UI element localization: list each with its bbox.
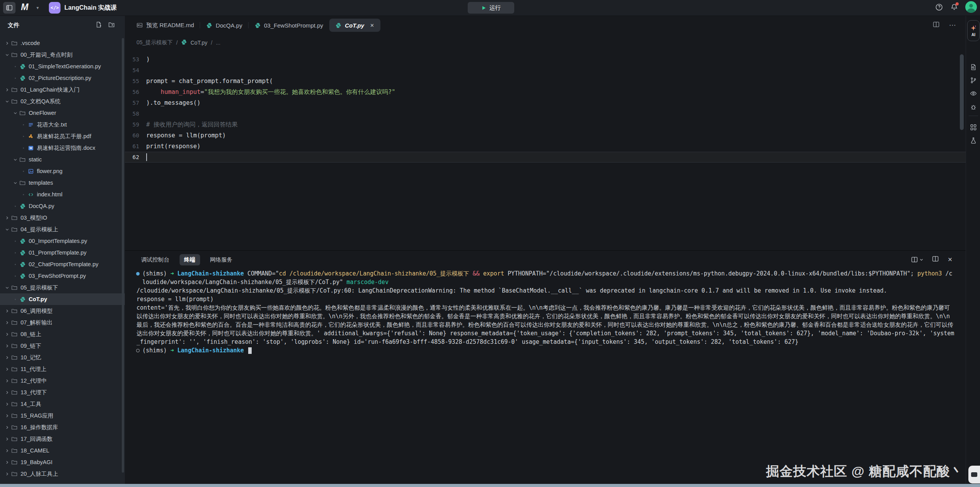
source-control-button[interactable]	[970, 76, 977, 84]
project-chevron-down-icon[interactable]: ▾	[90, 5, 92, 10]
sidebar-scrollbar[interactable]	[122, 38, 124, 473]
tree-item[interactable]: W易速鲜花运营指南.docx	[0, 142, 125, 154]
split-editor-button[interactable]	[933, 21, 940, 29]
code-editor[interactable]: 53)5455prompt = chat_prompt.format_promp…	[125, 50, 966, 250]
search-button[interactable]	[104, 4, 111, 13]
line-number: 58	[125, 111, 146, 117]
tree-item[interactable]: 易速鲜花员工手册.pdf	[0, 130, 125, 142]
file-bullet	[20, 191, 26, 198]
editor-tab[interactable]: DocQA.py	[200, 19, 248, 32]
split-terminal-button[interactable]	[911, 256, 923, 263]
tree-item[interactable]: 16_操作数据库	[0, 421, 125, 433]
tree-item[interactable]: 06_调用模型	[0, 305, 125, 317]
tree-item-label: 17_回调函数	[21, 435, 52, 443]
code-line[interactable]: 53)	[125, 54, 966, 65]
tree-item[interactable]: 00_ImportTemplates.py	[0, 235, 125, 247]
ai-assistant-button[interactable]: AI	[967, 20, 980, 41]
breadcrumb-folder[interactable]: 05_提示模板下	[137, 39, 173, 46]
code-line[interactable]: 58	[125, 108, 966, 119]
tree-item[interactable]: 01_SimpleTextGeneration.py	[0, 61, 125, 72]
more-actions-button[interactable]: ⋯	[949, 22, 956, 29]
breadcrumb-file[interactable]: CoT.py	[190, 40, 207, 46]
breadcrumb-more[interactable]: ...	[216, 40, 221, 46]
tree-item[interactable]: 01_PromptTemplate.py	[0, 247, 125, 258]
folder-icon	[11, 471, 18, 477]
tree-item[interactable]: 05_提示模板下	[0, 282, 125, 293]
code-line[interactable]: 62	[125, 152, 966, 163]
tree-item[interactable]: 18_CAMEL	[0, 445, 125, 456]
file-search-button[interactable]	[970, 63, 977, 71]
new-file-button[interactable]	[95, 21, 102, 29]
editor-tab[interactable]: CoT.py✕	[329, 19, 380, 32]
notifications-button[interactable]	[950, 3, 958, 13]
tree-item[interactable]: 02_文档QA系统	[0, 95, 125, 107]
tree-item[interactable]: 08_链上	[0, 328, 125, 340]
tree-item-label: 02_文档QA系统	[21, 98, 60, 105]
test-button[interactable]	[970, 137, 977, 144]
tree-item[interactable]: 03_模型IO	[0, 212, 125, 224]
code-line[interactable]: 56 human_input="我想为我的女朋友购买一些花。她喜欢粉色和紫色。你…	[125, 87, 966, 97]
editor-tab[interactable]: 03_FewShotPrompt.py	[249, 19, 330, 32]
code-text: )	[146, 56, 150, 63]
tree-item[interactable]: 04_提示模板上	[0, 224, 125, 235]
tree-item[interactable]: DocQA.py	[0, 200, 125, 212]
editor-scrollbar[interactable]	[960, 54, 964, 130]
panel-tab[interactable]: 调试控制台	[137, 254, 174, 265]
tree-item[interactable]: 17_回调函数	[0, 433, 125, 445]
debug-button[interactable]	[970, 103, 977, 111]
code-line[interactable]: 54	[125, 65, 966, 76]
tree-item[interactable]: 03_FewShotPrompt.py	[0, 270, 125, 282]
close-icon[interactable]: ✕	[370, 23, 374, 28]
tree-item[interactable]: static	[0, 154, 125, 165]
chevron-right-icon	[4, 401, 10, 407]
tree-item[interactable]: 02_ChatPromptTemplate.py	[0, 258, 125, 270]
terminal-output[interactable]: (shims) ➜ LangChain-shizhanke COMMAND="c…	[137, 269, 955, 355]
user-avatar[interactable]	[965, 1, 977, 14]
tree-item[interactable]: 02_PictureDescription.py	[0, 72, 125, 84]
tree-item[interactable]: 20_人脉工具上	[0, 468, 125, 480]
sidebar-toggle-button[interactable]	[3, 2, 16, 14]
code-line[interactable]: 59# 接收用户的询问，返回回答结果	[125, 119, 966, 130]
tree-item[interactable]: OneFlower	[0, 107, 125, 119]
code-line[interactable]: 61print(response)	[125, 141, 966, 152]
tree-item[interactable]: 14_工具	[0, 398, 125, 410]
tree-item[interactable]: 10_记忆	[0, 352, 125, 363]
feedback-widget-button[interactable]	[968, 466, 980, 484]
tree-item[interactable]: index.html	[0, 189, 125, 200]
code-line[interactable]: 55prompt = chat_prompt.format_prompt(	[125, 76, 966, 87]
code-line[interactable]: 57).to_messages()	[125, 97, 966, 108]
panel-tab[interactable]: 终端	[180, 254, 200, 265]
tree-item[interactable]: .vscode	[0, 37, 125, 49]
folder-icon	[11, 354, 18, 360]
logo-chevron-down-icon[interactable]: ▾	[36, 5, 39, 10]
folder-icon	[11, 378, 18, 384]
close-panel-button[interactable]: ✕	[947, 256, 952, 263]
breadcrumb[interactable]: 05_提示模板下 / CoT.py / ...	[137, 37, 220, 48]
tree-item[interactable]: 花语大全.txt	[0, 119, 125, 130]
tree-item[interactable]: 00_开篇词_奇点时刻	[0, 49, 125, 61]
tree-item-label: 14_工具	[21, 400, 41, 408]
help-button[interactable]	[935, 3, 943, 13]
tree-item[interactable]: 09_链下	[0, 340, 125, 352]
new-folder-button[interactable]	[108, 21, 115, 29]
run-button[interactable]: 运行	[468, 2, 514, 14]
tree-item[interactable]: 13_代理下	[0, 386, 125, 398]
panel-tab[interactable]: 网络服务	[206, 254, 237, 265]
tree-item[interactable]: 11_代理上	[0, 363, 125, 375]
editor-tab[interactable]: 预览 README.md	[130, 19, 200, 32]
tree-item[interactable]: CoT.py	[0, 293, 125, 305]
tree-item[interactable]: flower.png	[0, 165, 125, 177]
tree-item[interactable]: 19_BabyAGI	[0, 456, 125, 468]
terminal-line: (shims) ➜ LangChain-shizhanke COMMAND="c…	[137, 269, 955, 286]
py-icon	[335, 23, 341, 28]
maximize-panel-button[interactable]	[932, 255, 939, 264]
tree-item[interactable]: templates	[0, 177, 125, 189]
tab-label: DocQA.py	[216, 22, 242, 29]
tree-item[interactable]: 12_代理中	[0, 375, 125, 386]
preview-button[interactable]	[970, 90, 977, 97]
tree-item[interactable]: 01_LangChain快速入门	[0, 84, 125, 95]
tree-item[interactable]: 15_RAG应用	[0, 410, 125, 421]
tree-item[interactable]: 07_解析输出	[0, 317, 125, 328]
code-line[interactable]: 60response = llm(prompt)	[125, 130, 966, 141]
extensions-button[interactable]	[970, 123, 977, 131]
